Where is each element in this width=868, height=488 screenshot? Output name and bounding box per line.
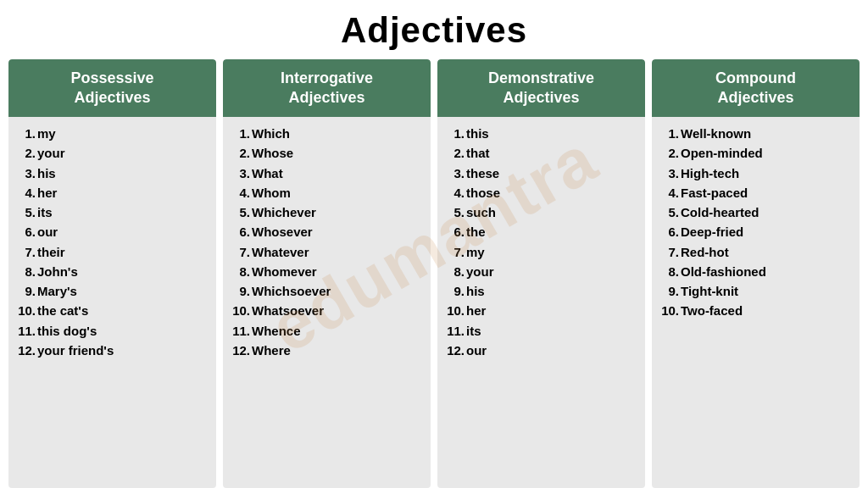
- list-item: 8.Whomever: [231, 262, 426, 281]
- list-item: 7.their: [17, 242, 211, 262]
- list-item-text: his: [37, 164, 56, 183]
- list-item: 2.Whose: [231, 143, 426, 163]
- list-item-text: Red-hot: [681, 242, 729, 262]
- list-item: 6.Deep-fried: [660, 222, 854, 241]
- list-item: 3.High-tech: [660, 164, 854, 183]
- list-item-text: Tight-knit: [681, 281, 738, 301]
- list-item-text: Whom: [252, 183, 291, 202]
- list-item-text: Two-faced: [681, 301, 743, 320]
- list-item-text: such: [466, 202, 496, 222]
- column-interrogative: Interrogative Adjectives1.Which2.Whose3.…: [223, 59, 431, 488]
- list-item-text: the cat's: [37, 301, 88, 320]
- list-item: 1.Well-known: [660, 124, 854, 143]
- column-header-interrogative: Interrogative Adjectives: [223, 59, 431, 117]
- list-item-text: Whence: [252, 321, 301, 341]
- list-item: 5.Cold-hearted: [660, 202, 854, 222]
- list-item: 3.these: [446, 164, 640, 183]
- list-item-text: Whose: [252, 143, 293, 163]
- list-item-text: this: [466, 124, 489, 143]
- list-item: 11.Whence: [231, 321, 426, 341]
- column-body-possessive: 1.my2.your3.his4.her5.its6.our7.their8.J…: [8, 117, 216, 488]
- list-item: 4.those: [446, 183, 640, 202]
- list-item-text: the: [466, 222, 486, 241]
- list-item-text: Cold-hearted: [681, 202, 760, 222]
- list-item: 10.Two-faced: [660, 301, 854, 320]
- list-item: 9.Tight-knit: [660, 281, 854, 301]
- list-item-text: Whatever: [252, 242, 309, 262]
- list-item-text: her: [37, 183, 57, 202]
- list-item: 5.such: [446, 202, 640, 222]
- list-item-text: Deep-fried: [681, 222, 743, 241]
- list-item: 9.Mary's: [17, 281, 211, 301]
- column-possessive: Possessive Adjectives1.my2.your3.his4.he…: [8, 59, 216, 488]
- column-body-compound: 1.Well-known2.Open-minded3.High-tech4.Fa…: [652, 117, 860, 488]
- list-item: 11.this dog's: [17, 321, 211, 341]
- list-item: 7.Red-hot: [660, 242, 854, 262]
- list-item: 4.Fast-paced: [660, 183, 854, 202]
- list-item: 5.Whichever: [231, 202, 426, 222]
- list-item-text: its: [37, 202, 53, 222]
- list-item: 12.your friend's: [17, 341, 211, 360]
- list-item: 12.our: [446, 341, 640, 360]
- list-item: 6.the: [446, 222, 640, 241]
- list-item: 3.his: [17, 164, 211, 183]
- list-item-text: your: [466, 262, 494, 281]
- list-item: 7.Whatever: [231, 242, 426, 262]
- list-item-text: her: [466, 301, 486, 320]
- column-body-interrogative: 1.Which2.Whose3.What4.Whom5.Whichever6.W…: [223, 117, 431, 488]
- column-header-demonstrative: Demonstrative Adjectives: [437, 59, 645, 117]
- list-item: 6.our: [17, 222, 211, 241]
- list-item: 12.Where: [231, 341, 426, 360]
- list-item: 6.Whosever: [231, 222, 426, 241]
- list-item-text: its: [466, 321, 481, 341]
- list-item-text: Whichever: [252, 202, 316, 222]
- list-item: 2.your: [17, 143, 211, 163]
- list-item-text: High-tech: [681, 164, 739, 183]
- list-item: 2.that: [446, 143, 640, 163]
- list-item: 10.the cat's: [17, 301, 211, 320]
- list-item-text: Open-minded: [681, 143, 763, 163]
- list-item-text: your friend's: [37, 341, 114, 360]
- list-item-text: What: [252, 164, 283, 183]
- list-item: 9.his: [446, 281, 640, 301]
- list-item-text: these: [466, 164, 499, 183]
- list-item: 1.this: [446, 124, 640, 143]
- list-item: 11.its: [446, 321, 640, 341]
- columns-container: Possessive Adjectives1.my2.your3.his4.he…: [0, 59, 868, 488]
- list-item-text: Whichsoever: [252, 281, 331, 301]
- list-item: 8.Old-fashioned: [660, 262, 854, 281]
- list-item-text: those: [466, 183, 500, 202]
- list-item: 5.its: [17, 202, 211, 222]
- list-item-text: Fast-paced: [681, 183, 748, 202]
- list-item: 1.Which: [231, 124, 426, 143]
- page-title: Adjectives: [0, 0, 868, 59]
- list-item: 3.What: [231, 164, 426, 183]
- list-item: 8.your: [446, 262, 640, 281]
- list-item: 1.my: [17, 124, 211, 143]
- list-item-text: Where: [252, 341, 291, 360]
- column-header-compound: Compound Adjectives: [652, 59, 860, 117]
- list-item-text: Whosever: [252, 222, 313, 241]
- list-item-text: my: [466, 242, 485, 262]
- list-item-text: this dog's: [37, 321, 97, 341]
- list-item: 4.her: [17, 183, 211, 202]
- list-item: 10.Whatsoever: [231, 301, 426, 320]
- list-item-text: Whomever: [252, 262, 317, 281]
- list-item: 4.Whom: [231, 183, 426, 202]
- list-item-text: Old-fashioned: [681, 262, 766, 281]
- list-item: 8.John's: [17, 262, 211, 281]
- list-item: 7.my: [446, 242, 640, 262]
- list-item-text: Mary's: [37, 281, 77, 301]
- column-body-demonstrative: 1.this2.that3.these4.those5.such6.the7.m…: [437, 117, 645, 488]
- list-item-text: that: [466, 143, 490, 163]
- list-item-text: Whatsoever: [252, 301, 324, 320]
- list-item-text: their: [37, 242, 65, 262]
- list-item-text: his: [466, 281, 485, 301]
- list-item-text: Which: [252, 124, 290, 143]
- list-item-text: our: [37, 222, 58, 241]
- column-demonstrative: Demonstrative Adjectives1.this2.that3.th…: [437, 59, 645, 488]
- list-item-text: my: [37, 124, 56, 143]
- list-item: 9.Whichsoever: [231, 281, 426, 301]
- list-item: 10.her: [446, 301, 640, 320]
- list-item: 2.Open-minded: [660, 143, 854, 163]
